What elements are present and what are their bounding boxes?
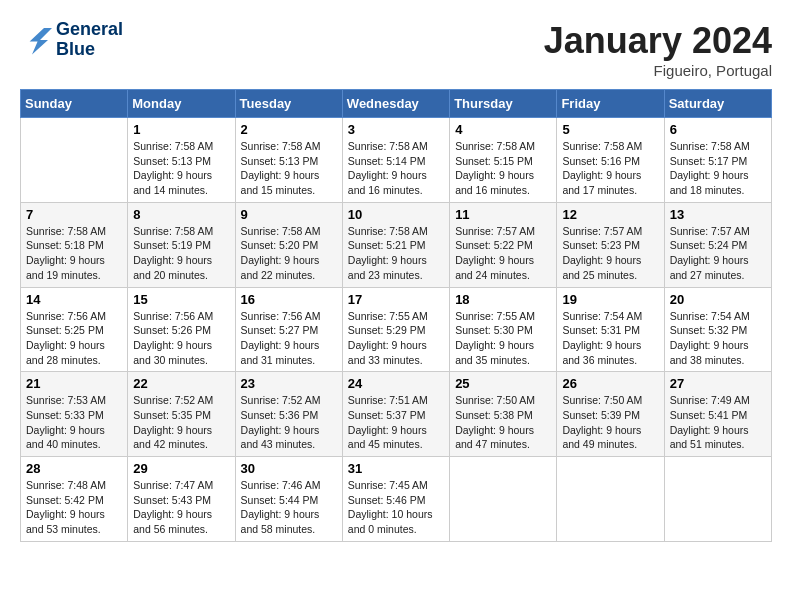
day-info: Sunrise: 7:45 AM Sunset: 5:46 PM Dayligh…	[348, 478, 444, 537]
day-info: Sunrise: 7:58 AM Sunset: 5:19 PM Dayligh…	[133, 224, 229, 283]
calendar-cell: 30Sunrise: 7:46 AM Sunset: 5:44 PM Dayli…	[235, 457, 342, 542]
day-number: 14	[26, 292, 122, 307]
day-info: Sunrise: 7:48 AM Sunset: 5:42 PM Dayligh…	[26, 478, 122, 537]
day-info: Sunrise: 7:57 AM Sunset: 5:23 PM Dayligh…	[562, 224, 658, 283]
day-number: 8	[133, 207, 229, 222]
day-number: 27	[670, 376, 766, 391]
logo-icon	[20, 24, 52, 56]
calendar-cell: 29Sunrise: 7:47 AM Sunset: 5:43 PM Dayli…	[128, 457, 235, 542]
calendar-day-header: Wednesday	[342, 90, 449, 118]
day-number: 26	[562, 376, 658, 391]
calendar-header-row: SundayMondayTuesdayWednesdayThursdayFrid…	[21, 90, 772, 118]
calendar-day-header: Monday	[128, 90, 235, 118]
calendar-cell: 27Sunrise: 7:49 AM Sunset: 5:41 PM Dayli…	[664, 372, 771, 457]
calendar-week-row: 28Sunrise: 7:48 AM Sunset: 5:42 PM Dayli…	[21, 457, 772, 542]
day-number: 1	[133, 122, 229, 137]
logo-text: General Blue	[56, 20, 123, 60]
day-info: Sunrise: 7:56 AM Sunset: 5:27 PM Dayligh…	[241, 309, 337, 368]
calendar-cell: 8Sunrise: 7:58 AM Sunset: 5:19 PM Daylig…	[128, 202, 235, 287]
day-number: 6	[670, 122, 766, 137]
day-number: 15	[133, 292, 229, 307]
svg-marker-0	[30, 28, 52, 54]
day-number: 25	[455, 376, 551, 391]
page-header: General Blue January 2024 Figueiro, Port…	[20, 20, 772, 79]
calendar-cell	[557, 457, 664, 542]
calendar-cell: 11Sunrise: 7:57 AM Sunset: 5:22 PM Dayli…	[450, 202, 557, 287]
calendar-cell: 19Sunrise: 7:54 AM Sunset: 5:31 PM Dayli…	[557, 287, 664, 372]
day-info: Sunrise: 7:55 AM Sunset: 5:29 PM Dayligh…	[348, 309, 444, 368]
calendar-cell: 3Sunrise: 7:58 AM Sunset: 5:14 PM Daylig…	[342, 118, 449, 203]
day-number: 11	[455, 207, 551, 222]
calendar-cell: 26Sunrise: 7:50 AM Sunset: 5:39 PM Dayli…	[557, 372, 664, 457]
day-number: 31	[348, 461, 444, 476]
day-info: Sunrise: 7:54 AM Sunset: 5:32 PM Dayligh…	[670, 309, 766, 368]
calendar-cell: 12Sunrise: 7:57 AM Sunset: 5:23 PM Dayli…	[557, 202, 664, 287]
calendar-cell: 20Sunrise: 7:54 AM Sunset: 5:32 PM Dayli…	[664, 287, 771, 372]
day-number: 7	[26, 207, 122, 222]
day-info: Sunrise: 7:46 AM Sunset: 5:44 PM Dayligh…	[241, 478, 337, 537]
day-info: Sunrise: 7:52 AM Sunset: 5:35 PM Dayligh…	[133, 393, 229, 452]
day-number: 10	[348, 207, 444, 222]
calendar-cell: 28Sunrise: 7:48 AM Sunset: 5:42 PM Dayli…	[21, 457, 128, 542]
day-number: 21	[26, 376, 122, 391]
day-number: 2	[241, 122, 337, 137]
day-info: Sunrise: 7:58 AM Sunset: 5:21 PM Dayligh…	[348, 224, 444, 283]
day-info: Sunrise: 7:58 AM Sunset: 5:16 PM Dayligh…	[562, 139, 658, 198]
day-number: 23	[241, 376, 337, 391]
day-info: Sunrise: 7:58 AM Sunset: 5:14 PM Dayligh…	[348, 139, 444, 198]
day-info: Sunrise: 7:51 AM Sunset: 5:37 PM Dayligh…	[348, 393, 444, 452]
day-info: Sunrise: 7:58 AM Sunset: 5:13 PM Dayligh…	[133, 139, 229, 198]
calendar-week-row: 7Sunrise: 7:58 AM Sunset: 5:18 PM Daylig…	[21, 202, 772, 287]
day-number: 30	[241, 461, 337, 476]
day-number: 4	[455, 122, 551, 137]
month-title: January 2024	[544, 20, 772, 62]
calendar-cell: 2Sunrise: 7:58 AM Sunset: 5:13 PM Daylig…	[235, 118, 342, 203]
day-info: Sunrise: 7:54 AM Sunset: 5:31 PM Dayligh…	[562, 309, 658, 368]
day-info: Sunrise: 7:56 AM Sunset: 5:25 PM Dayligh…	[26, 309, 122, 368]
calendar-day-header: Thursday	[450, 90, 557, 118]
day-info: Sunrise: 7:58 AM Sunset: 5:18 PM Dayligh…	[26, 224, 122, 283]
day-info: Sunrise: 7:52 AM Sunset: 5:36 PM Dayligh…	[241, 393, 337, 452]
day-number: 28	[26, 461, 122, 476]
calendar-cell: 18Sunrise: 7:55 AM Sunset: 5:30 PM Dayli…	[450, 287, 557, 372]
day-number: 9	[241, 207, 337, 222]
day-number: 5	[562, 122, 658, 137]
day-info: Sunrise: 7:53 AM Sunset: 5:33 PM Dayligh…	[26, 393, 122, 452]
calendar-body: 1Sunrise: 7:58 AM Sunset: 5:13 PM Daylig…	[21, 118, 772, 542]
day-number: 29	[133, 461, 229, 476]
day-info: Sunrise: 7:56 AM Sunset: 5:26 PM Dayligh…	[133, 309, 229, 368]
day-info: Sunrise: 7:57 AM Sunset: 5:24 PM Dayligh…	[670, 224, 766, 283]
day-number: 18	[455, 292, 551, 307]
calendar-day-header: Sunday	[21, 90, 128, 118]
calendar-cell: 9Sunrise: 7:58 AM Sunset: 5:20 PM Daylig…	[235, 202, 342, 287]
calendar-cell: 31Sunrise: 7:45 AM Sunset: 5:46 PM Dayli…	[342, 457, 449, 542]
calendar-cell: 17Sunrise: 7:55 AM Sunset: 5:29 PM Dayli…	[342, 287, 449, 372]
location: Figueiro, Portugal	[544, 62, 772, 79]
day-info: Sunrise: 7:55 AM Sunset: 5:30 PM Dayligh…	[455, 309, 551, 368]
calendar-week-row: 21Sunrise: 7:53 AM Sunset: 5:33 PM Dayli…	[21, 372, 772, 457]
day-info: Sunrise: 7:50 AM Sunset: 5:38 PM Dayligh…	[455, 393, 551, 452]
day-number: 12	[562, 207, 658, 222]
day-number: 3	[348, 122, 444, 137]
day-number: 19	[562, 292, 658, 307]
calendar-cell: 6Sunrise: 7:58 AM Sunset: 5:17 PM Daylig…	[664, 118, 771, 203]
calendar-cell: 16Sunrise: 7:56 AM Sunset: 5:27 PM Dayli…	[235, 287, 342, 372]
logo: General Blue	[20, 20, 123, 60]
calendar-cell: 23Sunrise: 7:52 AM Sunset: 5:36 PM Dayli…	[235, 372, 342, 457]
day-info: Sunrise: 7:50 AM Sunset: 5:39 PM Dayligh…	[562, 393, 658, 452]
day-number: 16	[241, 292, 337, 307]
calendar-day-header: Tuesday	[235, 90, 342, 118]
day-number: 17	[348, 292, 444, 307]
day-info: Sunrise: 7:57 AM Sunset: 5:22 PM Dayligh…	[455, 224, 551, 283]
day-number: 13	[670, 207, 766, 222]
calendar-cell	[450, 457, 557, 542]
day-info: Sunrise: 7:49 AM Sunset: 5:41 PM Dayligh…	[670, 393, 766, 452]
day-info: Sunrise: 7:58 AM Sunset: 5:17 PM Dayligh…	[670, 139, 766, 198]
day-number: 20	[670, 292, 766, 307]
day-info: Sunrise: 7:47 AM Sunset: 5:43 PM Dayligh…	[133, 478, 229, 537]
calendar-cell: 15Sunrise: 7:56 AM Sunset: 5:26 PM Dayli…	[128, 287, 235, 372]
calendar-cell: 10Sunrise: 7:58 AM Sunset: 5:21 PM Dayli…	[342, 202, 449, 287]
calendar-cell: 5Sunrise: 7:58 AM Sunset: 5:16 PM Daylig…	[557, 118, 664, 203]
calendar-cell: 22Sunrise: 7:52 AM Sunset: 5:35 PM Dayli…	[128, 372, 235, 457]
calendar-cell: 13Sunrise: 7:57 AM Sunset: 5:24 PM Dayli…	[664, 202, 771, 287]
